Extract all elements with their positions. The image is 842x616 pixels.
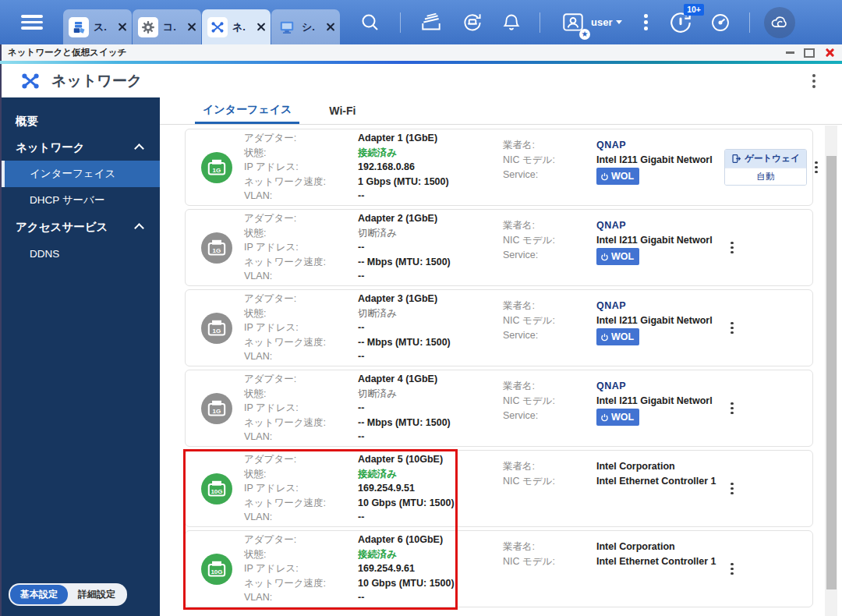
scrollbar-track[interactable] — [825, 126, 837, 616]
advanced-settings-button[interactable]: 詳細設定 — [68, 585, 126, 604]
adapter-menu-icon[interactable] — [815, 161, 818, 174]
sidebar-item-overview[interactable]: 概要 — [2, 108, 160, 134]
wol-badge[interactable]: WOL — [596, 328, 639, 345]
tab-wifi[interactable]: Wi-Fi — [321, 104, 363, 124]
sidebar-item-label: 概要 — [16, 114, 38, 129]
adapter-label: アダプター: — [244, 452, 358, 467]
vlan-value: -- — [358, 189, 489, 204]
app-header: ネットワーク — [0, 64, 842, 97]
vlan-label: VLAN: — [244, 189, 358, 204]
speed-label: ネットワーク速度: — [244, 255, 358, 270]
notifications-bell-icon[interactable] — [501, 12, 522, 34]
sidebar-item-interfaces[interactable]: インターフェイス — [2, 161, 160, 187]
status-label: 状態: — [244, 547, 358, 562]
user-dropdown-caret-icon[interactable] — [616, 20, 622, 24]
adapter-card: 1G アダプター:Adapter 2 (1GbE) 状態:切断済み IP アドレ… — [185, 209, 813, 286]
basic-settings-button[interactable]: 基本設定 — [10, 585, 68, 604]
search-icon[interactable] — [359, 12, 381, 34]
close-tab-icon[interactable] — [325, 22, 335, 32]
adapter-menu-icon[interactable] — [731, 483, 734, 495]
adapter-label: アダプター: — [244, 211, 358, 226]
adapter-details: アダプター:Adapter 3 (1GbE) 状態:切断済み IP アドレス:-… — [244, 292, 489, 364]
network-app-icon — [19, 70, 41, 92]
ethernet-port-icon: 1G — [201, 232, 232, 264]
vendor-value: QNAP — [596, 379, 723, 394]
vlan-label: VLAN: — [244, 269, 358, 284]
nic-model-value: Intel I211 Gigabit Networl — [596, 394, 723, 409]
tab-network-virtual-switch[interactable]: ネ. — [202, 9, 271, 44]
background-tasks-icon[interactable] — [419, 11, 443, 34]
ip-label: IP アドレス: — [244, 481, 358, 496]
adapter-name: Adapter 4 (1GbE) — [358, 372, 489, 387]
window-title: ネットワークと仮想スイッチ — [8, 47, 786, 58]
adapter-menu-icon[interactable] — [731, 563, 734, 575]
main-menu-button[interactable] — [21, 15, 43, 30]
tab-label: ス. — [94, 20, 107, 34]
adapter-name: Adapter 1 (1GbE) — [358, 131, 489, 146]
ip-value: -- — [358, 240, 489, 255]
wol-badge[interactable]: WOL — [596, 409, 639, 426]
sidebar-group-network[interactable]: ネットワーク — [2, 134, 160, 161]
collapse-chevron-icon[interactable] — [134, 143, 144, 154]
minimize-icon[interactable] — [786, 51, 794, 54]
svg-text:1G: 1G — [213, 327, 221, 334]
resource-monitor-gauge-icon[interactable] — [709, 11, 732, 34]
service-label: Service: — [503, 409, 596, 427]
gateway-label: ゲートウェイ — [745, 153, 799, 165]
svg-text:1G: 1G — [213, 166, 221, 173]
wol-badge[interactable]: WOL — [596, 168, 639, 185]
power-icon — [600, 413, 609, 422]
ip-value: 169.254.9.61 — [358, 561, 489, 576]
sidebar-item-dhcp-server[interactable]: DHCP サーバー — [2, 187, 160, 214]
adapter-card: 1G アダプター:Adapter 1 (1GbE) 状態:接続済み IP アドレ… — [185, 129, 813, 206]
adapter-details: アダプター:Adapter 2 (1GbE) 状態:切断済み IP アドレス:-… — [244, 211, 489, 284]
tab-system-monitor[interactable]: シ. — [271, 9, 340, 44]
network-virtual-switch-icon — [207, 17, 228, 37]
sidebar-item-label: ネットワーク — [16, 140, 85, 155]
vendor-label: 業者名: — [503, 379, 596, 394]
speed-value: 1 Gbps (MTU: 1500) — [358, 175, 489, 189]
adapter-menu-icon[interactable] — [731, 322, 734, 335]
adapter-name: Adapter 5 (10GbE) — [358, 452, 489, 467]
app-options-icon[interactable] — [812, 74, 815, 88]
close-tab-icon[interactable] — [186, 22, 196, 32]
window-titlebar: ネットワークと仮想スイッチ — [0, 44, 842, 61]
adapter-menu-icon[interactable] — [731, 242, 734, 254]
user-avatar-icon[interactable]: ★ — [561, 10, 586, 35]
nic-model-label: NIC モデル: — [503, 233, 596, 248]
sync-icon[interactable] — [460, 10, 485, 35]
sidebar-item-label: DDNS — [30, 248, 59, 260]
tab-interfaces[interactable]: インターフェイス — [195, 103, 299, 124]
status-label: 状態: — [244, 387, 358, 402]
more-options-icon[interactable] — [644, 14, 648, 30]
sidebar-group-access-services[interactable]: アクセスサービス — [2, 214, 160, 240]
vlan-label: VLAN: — [244, 349, 358, 364]
firmware-update-icon[interactable]: 10+ — [668, 10, 693, 35]
tab-label: コ. — [163, 20, 176, 34]
tab-control-panel[interactable]: コ. — [133, 9, 201, 44]
sidebar-item-label: DHCP サーバー — [30, 193, 104, 207]
ethernet-port-icon: 10G — [201, 554, 232, 585]
collapse-chevron-icon[interactable] — [134, 223, 144, 233]
gateway-button[interactable]: ゲートウェイ 自動 — [724, 149, 807, 186]
adapter-details: アダプター:Adapter 4 (1GbE) 状態:切断済み IP アドレス:-… — [244, 372, 489, 444]
myqnapcloud-icon[interactable] — [764, 7, 795, 38]
sidebar-item-ddns[interactable]: DDNS — [2, 240, 160, 267]
adapter-details: アダプター:Adapter 1 (1GbE) 状態:接続済み IP アドレス:1… — [244, 131, 489, 204]
user-name-label[interactable]: user — [591, 16, 612, 28]
vlan-value: -- — [358, 349, 489, 364]
wol-badge[interactable]: WOL — [596, 248, 639, 265]
close-tab-icon[interactable] — [256, 22, 266, 32]
maximize-icon[interactable] — [804, 48, 815, 58]
ip-value: 169.254.9.51 — [358, 481, 489, 496]
close-window-icon[interactable] — [824, 48, 834, 58]
ethernet-port-icon: 1G — [201, 313, 232, 344]
close-tab-icon[interactable] — [117, 22, 127, 32]
tab-storage-snapshots[interactable]: ス. — [63, 9, 132, 44]
adapter-details: アダプター:Adapter 5 (10GbE) 状態:接続済み IP アドレス:… — [244, 452, 489, 525]
vlan-label: VLAN: — [244, 590, 358, 605]
adapter-menu-icon[interactable] — [731, 402, 734, 415]
status-value: 接続済み — [358, 467, 489, 482]
ip-label: IP アドレス: — [244, 160, 358, 175]
scrollbar-thumb[interactable] — [826, 156, 837, 589]
